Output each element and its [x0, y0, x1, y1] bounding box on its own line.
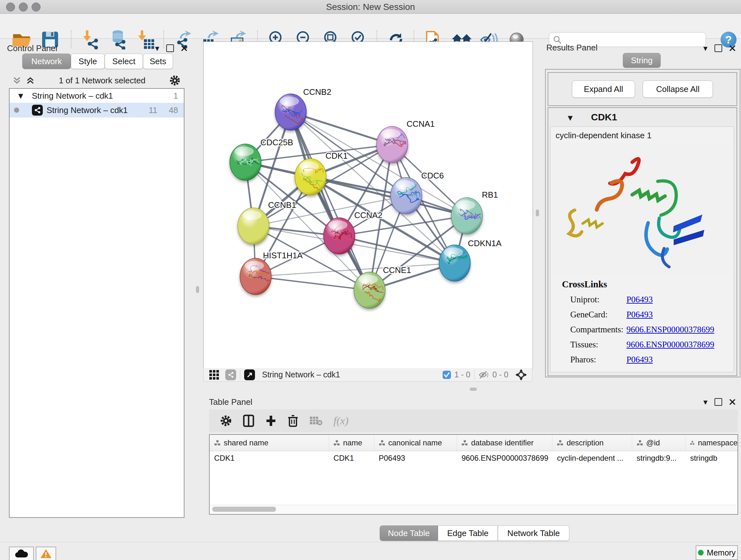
float-panel-icon[interactable]: [715, 398, 722, 406]
network-collection-row[interactable]: ▼ String Network – cdk1 1: [10, 89, 184, 103]
tab-sets-label: Sets: [150, 57, 166, 66]
cell-id[interactable]: stringdb:9...: [632, 451, 686, 465]
tab-edge-table[interactable]: Edge Table: [438, 525, 498, 541]
network-node-CCNA1[interactable]: [377, 126, 412, 163]
cell-canonical-name[interactable]: P06493: [374, 451, 457, 465]
selection-status: 1 - 0 0 - 0: [442, 368, 532, 381]
network-node-CDC6[interactable]: [391, 178, 423, 214]
column-header-shared-name[interactable]: shared name: [210, 435, 329, 451]
horizontal-splitter-handle[interactable]: [470, 388, 477, 391]
network-node-CCNB1[interactable]: [238, 208, 269, 244]
network-canvas[interactable]: CCNB2CCNA1CDC25BCDK1CDC6RB1CCNB1CCNA2CDK…: [203, 42, 533, 368]
memory-ok-icon: [698, 550, 704, 556]
node-label-CCNE1: CCNE1: [383, 265, 411, 275]
delete-table-icon: [309, 415, 323, 426]
crosslink-row: Uniprot: P06493: [570, 292, 734, 307]
crosslink-link[interactable]: P06493: [626, 295, 653, 305]
crosslink-link[interactable]: 9606.ENSP00000378699: [626, 340, 714, 350]
tab-node-table[interactable]: Node Table: [380, 525, 438, 541]
birds-eye-view-icon[interactable]: [225, 369, 236, 380]
application-window: Session: New Session: [0, 0, 741, 560]
selected-checkbox-icon[interactable]: [442, 370, 451, 379]
cloud-status-button[interactable]: [9, 547, 34, 560]
network-row-selected[interactable]: String Network – cdk1 11 48: [10, 103, 184, 118]
memory-button[interactable]: Memory: [696, 545, 738, 560]
column-header-label: @id: [646, 438, 660, 447]
crosslink-label: Tissues:: [570, 340, 626, 350]
column-header-description[interactable]: description: [552, 435, 632, 451]
tree-expanded-icon[interactable]: ▼: [17, 91, 25, 100]
attribute-icon: [214, 440, 220, 446]
crosslink-link[interactable]: 9606.ENSP00000378699: [626, 325, 714, 334]
scrollbar-thumb[interactable]: [212, 507, 276, 512]
network-edge[interactable]: [256, 276, 369, 290]
crosslinks-list: Uniprot: P06493 GeneCard: P06493 Compart…: [550, 290, 734, 367]
node-label-RB1: RB1: [482, 190, 498, 199]
network-node-CCNA2[interactable]: [324, 218, 355, 254]
collapse-panel-icon[interactable]: ▾: [703, 398, 708, 406]
table-row[interactable]: CDK1 CDK1 P06493 9606.ENSP00000378699 cy…: [210, 451, 738, 465]
vertical-splitter-handle[interactable]: [196, 286, 199, 293]
crosslink-row: Tissues: 9606.ENSP00000378699: [570, 337, 734, 352]
network-node-CDKN1A[interactable]: [439, 245, 474, 281]
table-settings-button[interactable]: [220, 415, 232, 427]
expand-all-icon[interactable]: [25, 76, 35, 85]
column-header-label: namespace: [698, 438, 738, 447]
tab-select[interactable]: Select: [105, 54, 143, 69]
expand-all-button[interactable]: Expand All: [572, 80, 635, 98]
warnings-button[interactable]: [36, 547, 56, 560]
close-panel-icon[interactable]: [729, 399, 736, 405]
close-panel-icon[interactable]: [729, 45, 736, 51]
tab-string[interactable]: String: [623, 53, 661, 68]
collapse-panel-icon[interactable]: ▾: [703, 44, 708, 52]
entry-collapse-icon[interactable]: ▼: [566, 114, 575, 122]
column-header-database-identifier[interactable]: database identifier: [457, 435, 552, 451]
cell-description[interactable]: cyclin-dependent ...: [552, 451, 632, 465]
network-node-CCNB2[interactable]: [275, 94, 312, 130]
column-header-id[interactable]: @id: [632, 435, 686, 451]
network-node-RB1[interactable]: [451, 198, 485, 234]
column-header-name[interactable]: name: [329, 435, 374, 451]
table-horizontal-scrollbar[interactable]: [210, 505, 737, 513]
node-label-CCNA1: CCNA1: [407, 119, 434, 129]
show-columns-button[interactable]: [243, 415, 254, 427]
detach-view-icon[interactable]: ↗: [244, 369, 255, 380]
attribute-icon: [636, 440, 643, 446]
attribute-icon: [461, 440, 468, 446]
vertical-splitter-handle[interactable]: [536, 209, 539, 216]
float-panel-icon[interactable]: [715, 44, 722, 52]
collapse-panel-icon[interactable]: ▾: [155, 44, 159, 52]
tab-style[interactable]: Style: [71, 54, 105, 69]
fit-content-crosshair-icon[interactable]: [515, 368, 528, 381]
tab-network-table[interactable]: Network Table: [498, 525, 569, 541]
grid-view-icon[interactable]: [209, 370, 219, 380]
cell-name[interactable]: CDK1: [329, 451, 374, 465]
close-panel-icon[interactable]: [181, 45, 187, 51]
crosslink-link[interactable]: P06493: [626, 310, 653, 320]
cloud-icon: [15, 549, 28, 558]
collapse-all-button[interactable]: Collapse All: [643, 80, 713, 98]
delete-column-button[interactable]: [287, 415, 298, 427]
column-header-canonical-name[interactable]: canonical name: [374, 435, 457, 451]
column-header-namespace[interactable]: namespace: [685, 435, 738, 451]
import-table-file-button[interactable]: [133, 30, 158, 50]
memory-label: Memory: [707, 548, 736, 557]
cell-database-identifier[interactable]: 9606.ENSP00000378699: [457, 451, 552, 465]
collapse-all-icon[interactable]: [12, 76, 22, 85]
column-header-label: description: [566, 438, 603, 447]
tab-network[interactable]: Network: [22, 54, 71, 69]
network-edge[interactable]: [291, 112, 369, 290]
tab-sets[interactable]: Sets: [143, 54, 173, 69]
node-label-CCNB1: CCNB1: [268, 200, 296, 210]
float-panel-icon[interactable]: [166, 44, 174, 52]
network-selection-summary: 1 of 1 Network selected: [35, 76, 169, 85]
toolbar-divider: [240, 370, 240, 380]
cell-shared-name[interactable]: CDK1: [210, 451, 329, 465]
gear-icon[interactable]: [169, 75, 181, 86]
add-column-button[interactable]: [265, 415, 277, 427]
crosslink-link[interactable]: P06493: [626, 355, 653, 365]
control-panel-window-icons: ▾: [155, 44, 187, 52]
network-node-HIST1H1A[interactable]: [240, 258, 273, 295]
cell-namespace[interactable]: stringdb: [685, 451, 738, 465]
network-node-CDK1[interactable]: [295, 159, 328, 195]
